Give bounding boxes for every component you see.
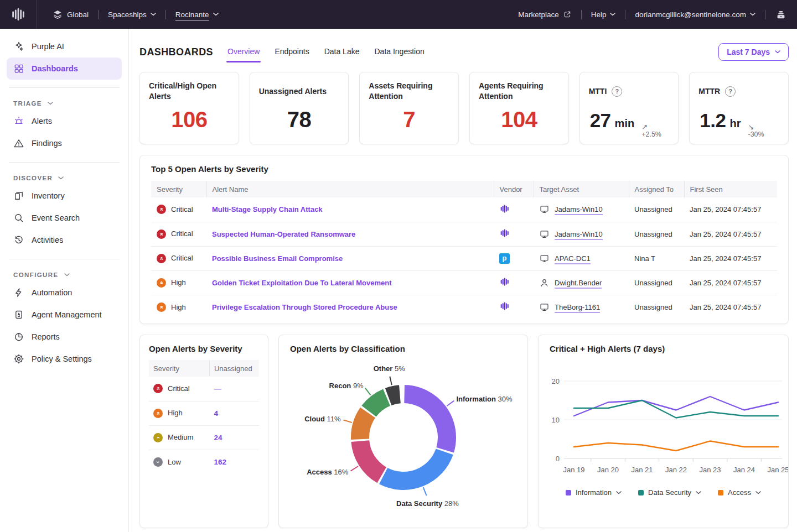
table-row[interactable]: Critical Suspected Human-Operated Ransom…: [151, 222, 777, 246]
target-asset-link[interactable]: APAC-DC1: [555, 254, 591, 264]
target-asset-link[interactable]: Dwight.Bender: [555, 279, 602, 289]
kpi-mtti: MTTI ? 27 min ↗ +2.5%: [579, 72, 679, 144]
sidebar-item-dashboards[interactable]: Dashboards: [7, 58, 122, 80]
sidebar-item-policy-settings[interactable]: Policy & Settings: [7, 348, 122, 370]
unassigned-count-link[interactable]: —: [214, 384, 221, 393]
svg-text:20: 20: [552, 377, 560, 385]
chevron-down-icon: [151, 13, 156, 16]
gear-icon: [13, 353, 24, 364]
tab-data-ingestion[interactable]: Data Ingestion: [374, 47, 424, 57]
first-seen: Jan 25, 2024 07:45:57: [684, 295, 777, 319]
svg-text:Jan 20: Jan 20: [597, 466, 619, 474]
unassigned-count-link[interactable]: 24: [214, 434, 222, 442]
alert-name-link[interactable]: Possible Business Email Compromise: [212, 254, 343, 263]
kpi-agents-requiring-attention: Agents Requiring Attention 104: [469, 72, 569, 144]
table-row: Low 162: [149, 450, 259, 474]
assigned-to: Unassigned: [629, 295, 684, 319]
severity-critical-icon: [157, 230, 166, 239]
unassigned-count-link[interactable]: 162: [214, 458, 226, 466]
console-switcher[interactable]: [775, 8, 787, 20]
purple-ai-icon: [13, 41, 24, 52]
legend-item-data-security[interactable]: Data Security: [638, 488, 701, 497]
divider: [9, 259, 120, 259]
alert-name-link[interactable]: Privilege Escalation Through Stored Proc…: [212, 303, 397, 311]
alert-name-link[interactable]: Suspected Human-Operated Ransomware: [212, 230, 355, 238]
classification-panel: Open Alerts by Classification Informatio…: [278, 335, 528, 528]
sidebar-item-activities[interactable]: Activities: [7, 229, 122, 251]
assigned-to: Unassigned: [629, 222, 684, 246]
chevron-down-icon: [58, 176, 64, 180]
divider: [9, 162, 120, 163]
sidebar-item-automation[interactable]: Automation: [7, 281, 122, 304]
marketplace-link[interactable]: Marketplace: [518, 10, 572, 19]
legend-swatch: [566, 490, 571, 496]
sidebar-item-inventory[interactable]: Inventory: [7, 185, 122, 207]
sidebar-item-reports[interactable]: Reports: [7, 326, 122, 348]
svg-text:Access 16%: Access 16%: [307, 468, 349, 476]
history-clock-icon: [13, 234, 24, 246]
sidebar-item-alerts[interactable]: Alerts: [7, 110, 122, 132]
site-selector[interactable]: Spaceships: [108, 11, 156, 19]
svg-text:Jan 21: Jan 21: [631, 466, 653, 474]
sidebar-item-event-search[interactable]: Event Search: [7, 207, 122, 229]
pie-chart-icon: [13, 331, 24, 342]
group-selector[interactable]: Rocinante: [175, 11, 219, 19]
help-menu[interactable]: Help: [591, 11, 616, 19]
scope-selector[interactable]: Global: [52, 9, 89, 20]
tab-overview[interactable]: Overview: [227, 47, 260, 57]
date-range-button[interactable]: Last 7 Days: [718, 43, 789, 61]
agent-badge-icon: [13, 309, 24, 320]
divider: [765, 10, 765, 19]
kpi-value: 78: [259, 107, 340, 132]
table-row: Critical —: [149, 377, 259, 401]
target-asset-link[interactable]: TheBorg-1161: [555, 303, 600, 313]
open-alerts-severity-panel: Open Alerts by Severity Severity Unassig…: [139, 335, 268, 528]
sidebar-section-configure[interactable]: CONFIGURE: [7, 267, 122, 281]
target-asset-link[interactable]: Jadams-Win10: [555, 230, 603, 240]
page-title: DASHBOARDS: [139, 46, 213, 58]
severity-medium-icon: [153, 433, 163, 442]
table-row[interactable]: Critical Multi-Stage Supply Chain Attack…: [151, 197, 777, 222]
user-icon: [539, 278, 550, 288]
sidebar-item-findings[interactable]: Findings: [7, 132, 122, 154]
first-seen: Jan 25, 2024 07:45:57: [684, 197, 777, 222]
panel-title: Open Alerts by Severity: [149, 344, 259, 353]
legend-item-access[interactable]: Access: [718, 488, 761, 497]
first-seen: Jan 25, 2024 07:45:57: [684, 222, 777, 246]
tab-endpoints[interactable]: Endpoints: [275, 47, 309, 57]
kpi-unassigned-alerts: Unassigned Alerts 78: [250, 72, 349, 144]
tab-data-lake[interactable]: Data Lake: [324, 47, 360, 57]
alerts-table: Severity Alert Name Vendor Target Asset …: [151, 181, 777, 319]
sentinelone-vendor-icon: [499, 204, 510, 214]
sentinelone-logo[interactable]: [0, 0, 37, 29]
target-asset-link[interactable]: Jadams-Win10: [555, 205, 603, 215]
chevron-down-icon: [48, 102, 53, 105]
trend-down: ↘ -30%: [748, 123, 764, 139]
layers-icon: [52, 9, 63, 20]
sidebar-item-purple-ai[interactable]: Purple AI: [7, 35, 122, 58]
alert-name-link[interactable]: Multi-Stage Supply Chain Attack: [212, 205, 323, 213]
legend-item-information[interactable]: Information: [566, 488, 622, 497]
user-menu[interactable]: dorianmcgillick@sentinelone.com: [635, 11, 755, 19]
table-row[interactable]: High Privilege Escalation Through Stored…: [151, 295, 777, 319]
chevron-down-icon: [616, 491, 622, 494]
line-chart-svg: 01020Jan 19Jan 20Jan 21Jan 22Jan 23Jan 2…: [539, 359, 788, 479]
help-icon[interactable]: ?: [612, 86, 622, 97]
divider: [165, 10, 166, 19]
alert-name-link[interactable]: Golden Ticket Exploitation Due To Latera…: [212, 279, 392, 287]
svg-text:Other 5%: Other 5%: [374, 364, 406, 373]
sidebar-item-agent-management[interactable]: Agent Management: [7, 304, 122, 326]
svg-text:Information 30%: Information 30%: [456, 395, 513, 403]
severity-table: Severity Unassigned Critical — High 4: [149, 360, 259, 474]
table-row[interactable]: High Golden Ticket Exploitation Due To L…: [151, 270, 777, 295]
sidebar-section-discover[interactable]: DISCOVER: [7, 170, 122, 185]
kpi-value: 7: [369, 107, 449, 132]
table-row[interactable]: Critical Possible Business Email Comprom…: [151, 246, 777, 270]
severity-critical-icon: [157, 254, 166, 263]
main-content: DASHBOARDS Overview Endpoints Data Lake …: [129, 29, 797, 532]
panel-title: Top 5 Open Alerts by Severity: [151, 164, 777, 174]
svg-text:Jan 24: Jan 24: [733, 466, 755, 474]
help-icon[interactable]: ?: [725, 86, 736, 97]
unassigned-count-link[interactable]: 4: [214, 409, 218, 418]
sidebar-section-triage[interactable]: TRIAGE: [7, 96, 122, 110]
